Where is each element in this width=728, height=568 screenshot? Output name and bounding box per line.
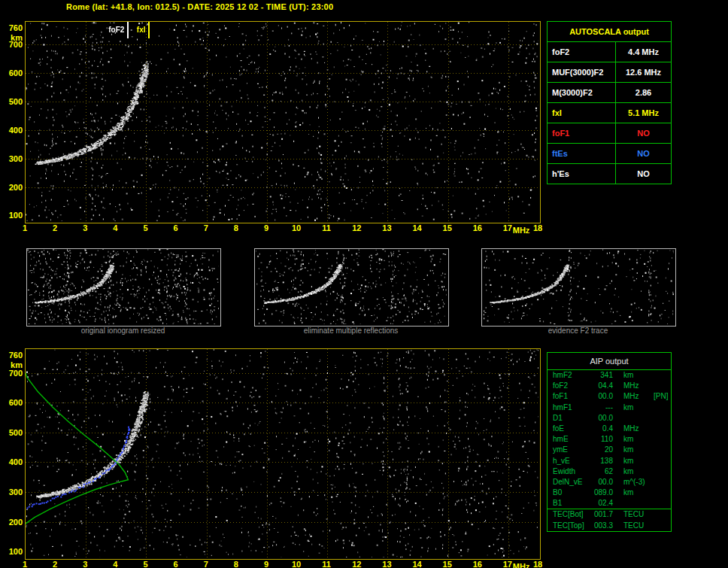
param-label: h'Es — [548, 164, 616, 184]
param-value: NO — [616, 123, 671, 143]
autoscala-table: AUTOSCALA output foF24.4 MHzMUF(3000)F21… — [547, 21, 672, 184]
autoscala-table-rows: foF24.4 MHzMUF(3000)F212.6 MHzM(3000)F22… — [548, 42, 671, 184]
autoscala-table-title: AUTOSCALA output — [548, 22, 671, 42]
aip-value: 0.4 — [590, 424, 613, 434]
y-tick-label: 300 — [2, 154, 23, 163]
thumbnail-evidence-f2 — [481, 248, 676, 327]
aip-row: TEC[Bot]001.7TECU — [548, 509, 671, 520]
autoscala-window: Rome (lat: +41.8, lon: 012.5) - DATE: 20… — [0, 0, 728, 568]
x-axis-unit: MHz — [513, 562, 526, 568]
y-axis-unit: km — [2, 360, 23, 369]
ionogram-plot-top — [25, 21, 541, 223]
x-tick-label: 7 — [199, 560, 213, 568]
param-label: foF1 — [548, 123, 616, 143]
y-tick-label: 100 — [2, 547, 23, 556]
y-tick-label: 300 — [2, 488, 23, 497]
aip-name: D1 — [553, 413, 590, 424]
aip-value: 00.0 — [590, 413, 613, 424]
aip-value: 04.4 — [590, 381, 613, 391]
param-label: ftEs — [548, 144, 616, 163]
aip-name: B0 — [553, 488, 590, 498]
aip-unit: MHz — [623, 381, 654, 391]
aip-value: 02.4 — [590, 498, 613, 509]
autoscala-row: M(3000)F22.86 — [548, 83, 671, 103]
aip-unit: TECU — [623, 509, 654, 520]
aip-unit: MHz — [623, 424, 654, 434]
x-tick-label: 2 — [48, 560, 62, 568]
aip-value: 001.7 — [590, 509, 613, 520]
x-tick-label: 11 — [320, 223, 333, 232]
aip-row: hmF1---km — [548, 402, 671, 413]
aip-name: foF1 — [553, 391, 590, 402]
aip-unit: km — [623, 434, 654, 445]
aip-row: D100.0 — [548, 413, 671, 424]
param-value: 5.1 MHz — [616, 103, 671, 123]
x-tick-label: 12 — [350, 223, 363, 232]
thumbnail-canvas-f2trace — [482, 249, 674, 324]
y-tick-label: 200 — [2, 518, 23, 527]
aip-table-title: AIP output — [548, 353, 671, 370]
ionogram-canvas-top — [26, 22, 538, 221]
aip-unit: TECU — [623, 521, 654, 531]
x-tick-label: 13 — [380, 560, 393, 568]
autoscala-row: h'EsNO — [548, 164, 671, 184]
autoscala-row: foF24.4 MHz — [548, 42, 671, 62]
y-tick-label: 400 — [2, 126, 23, 135]
aip-value: 00.0 — [590, 477, 613, 488]
aip-row: Ewidth62km — [548, 466, 671, 477]
aip-name: foF2 — [553, 381, 590, 391]
aip-value: 003.3 — [590, 521, 613, 531]
aip-name: B1 — [553, 498, 590, 509]
x-tick-label: 10 — [290, 223, 303, 232]
x-tick-label: 15 — [441, 560, 454, 568]
aip-name: Ewidth — [553, 466, 590, 477]
param-label: foF2 — [548, 42, 616, 62]
aip-name: hmF2 — [553, 370, 590, 381]
y-tick-label: 760 — [2, 23, 23, 32]
aip-name: hmF1 — [553, 402, 590, 413]
ionogram-plot-bottom — [25, 348, 541, 560]
aip-unit: km — [623, 402, 654, 413]
x-tick-label: 4 — [108, 223, 122, 232]
x-tick-label: 18 — [531, 223, 544, 232]
y-tick-label: 600 — [2, 398, 23, 407]
x-tick-label: 11 — [320, 560, 333, 568]
x-tick-label: 1 — [18, 223, 32, 232]
aip-value: 110 — [590, 434, 613, 445]
x-tick-label: 2 — [48, 223, 62, 232]
x-tick-label: 6 — [169, 223, 183, 232]
y-tick-label: 760 — [2, 351, 23, 360]
thumbnail-original-ionogram — [26, 248, 221, 327]
aip-unit: km — [623, 445, 654, 455]
x-tick-label: 16 — [471, 560, 484, 568]
y-tick-label: 700 — [2, 369, 23, 378]
aip-row: TEC[Top]003.3TECU — [548, 521, 671, 531]
x-tick-label: 8 — [229, 223, 243, 232]
aip-unit — [623, 413, 654, 424]
x-axis-unit: MHz — [513, 226, 526, 235]
x-tick-label: 14 — [411, 560, 424, 568]
x-tick-label: 7 — [199, 223, 213, 232]
x-tick-label: 5 — [138, 560, 152, 568]
aip-name: ymE — [553, 445, 590, 455]
aip-row: hmF2341km — [548, 370, 671, 381]
aip-unit: m^(-3) — [623, 477, 654, 488]
aip-value: 62 — [590, 466, 613, 477]
param-value: 4.4 MHz — [616, 42, 671, 62]
aip-row: B102.4 — [548, 498, 671, 509]
aip-row: h_vE138km — [548, 456, 671, 466]
aip-value: 089.0 — [590, 488, 613, 498]
marker-label-fxI: fxI — [118, 26, 145, 35]
param-value: 12.6 MHz — [616, 62, 671, 82]
param-value: NO — [616, 144, 671, 163]
x-tick-label: 14 — [411, 223, 424, 232]
aip-name: TEC[Bot] — [553, 509, 590, 520]
aip-table-rows: hmF2341kmfoF204.4MHzfoF100.0MHz[PN]hmF1-… — [548, 370, 671, 531]
ionogram-canvas-bottom — [26, 349, 538, 557]
thumbnail-eliminate-reflections — [254, 248, 449, 327]
aip-row: foF204.4MHz — [548, 381, 671, 391]
thumbnail-caption-f2trace: evidence F2 trace — [481, 327, 675, 335]
y-axis-unit: km — [2, 33, 23, 42]
thumbnail-canvas-original — [27, 249, 219, 324]
x-tick-label: 4 — [108, 560, 122, 568]
